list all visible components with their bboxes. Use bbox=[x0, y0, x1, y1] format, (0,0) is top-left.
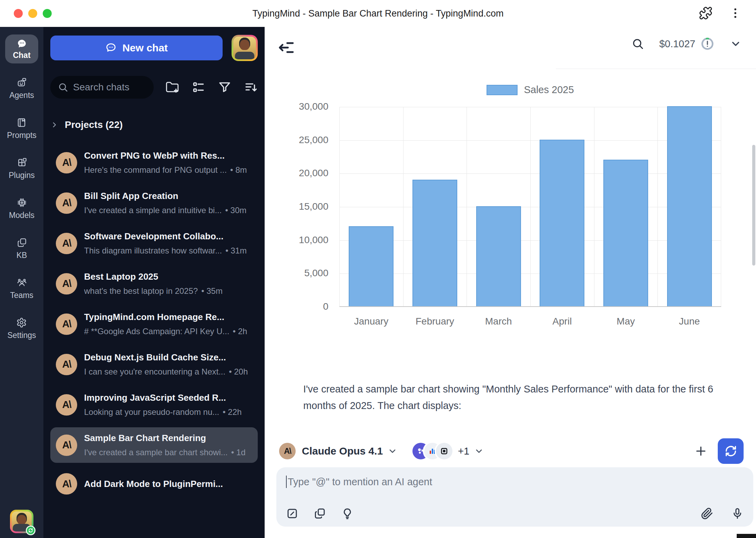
rail-item-models[interactable]: Models bbox=[9, 197, 34, 220]
rail-item-settings[interactable]: Settings bbox=[7, 317, 36, 340]
microphone-icon[interactable] bbox=[731, 507, 744, 520]
extensions-puzzle-icon[interactable] bbox=[699, 6, 713, 20]
search-box[interactable] bbox=[50, 76, 154, 99]
app-window: TypingMind - Sample Bar Chart Rendering … bbox=[0, 0, 756, 538]
chat-item-title: Add Dark Mode to PluginPermi... bbox=[84, 479, 252, 489]
chat-item-snippet: I've created a sample bar chart showi... bbox=[84, 448, 228, 457]
minimize-button[interactable] bbox=[28, 9, 37, 18]
chat-list-item[interactable]: A\ Add Dark Mode to PluginPermi... bbox=[50, 468, 258, 500]
chart-legend: Sales 2025 bbox=[339, 84, 721, 96]
rail-item-label: Agents bbox=[9, 91, 34, 100]
chat-item-time: • 1d bbox=[231, 448, 246, 457]
paperclip-icon[interactable] bbox=[701, 507, 713, 520]
bar-may bbox=[603, 160, 648, 306]
chat-list-item[interactable]: A\ Debug Next.js Build Cache Size...I ca… bbox=[50, 347, 258, 382]
x-tick-label: June bbox=[657, 316, 721, 327]
rail-item-chat[interactable]: Chat bbox=[5, 34, 38, 63]
plugins-chevron-down-icon[interactable] bbox=[474, 446, 484, 456]
rail-item-label: KB bbox=[17, 251, 27, 260]
collapse-sidebar-icon[interactable] bbox=[277, 39, 295, 57]
close-button[interactable] bbox=[14, 9, 23, 18]
chevron-down-icon[interactable] bbox=[730, 38, 742, 50]
projects-label: Projects (22) bbox=[65, 119, 123, 130]
bar-january bbox=[349, 226, 394, 306]
chat-list-item[interactable]: A\ Software Development Collabo...This d… bbox=[50, 226, 258, 261]
gridline-v bbox=[339, 107, 340, 306]
kb-icon bbox=[17, 237, 27, 248]
model-selector-label[interactable]: Claude Opus 4.1 bbox=[302, 445, 383, 457]
rail-item-kb[interactable]: KB bbox=[17, 237, 27, 260]
y-tick-label: 0 bbox=[284, 301, 328, 312]
chat-bubble-icon bbox=[105, 42, 117, 54]
copy-pages-icon[interactable] bbox=[314, 507, 326, 520]
plugin-frame-icon bbox=[436, 443, 452, 459]
chat-list-item[interactable]: A\ Best Laptop 2025what's the best lapto… bbox=[50, 266, 258, 301]
chat-list-item[interactable]: A\ TypingMind.com Homepage Re...# **Goog… bbox=[50, 306, 258, 342]
model-chevron-down-icon[interactable] bbox=[388, 446, 397, 456]
rail-item-teams[interactable]: Teams bbox=[10, 277, 33, 300]
chat-item-title: Convert PNG to WebP with Res... bbox=[84, 150, 252, 161]
anthropic-avatar: A\ bbox=[56, 152, 77, 173]
anthropic-avatar: A\ bbox=[56, 435, 77, 456]
gridline-v bbox=[530, 107, 531, 306]
chat-list-item[interactable]: A\ Convert PNG to WebP with Res...Here's… bbox=[50, 145, 258, 180]
sync-badge-icon bbox=[26, 526, 35, 535]
lightbulb-icon[interactable] bbox=[341, 507, 354, 520]
chat-list-item[interactable]: A\ Improving JavaScript Seeded R...Looki… bbox=[50, 387, 258, 422]
chat-item-title: Debug Next.js Build Cache Size... bbox=[84, 352, 252, 363]
projects-group[interactable]: Projects (22) bbox=[50, 119, 258, 130]
bar-february bbox=[412, 180, 457, 306]
chat-list-item[interactable]: A\ Bill Split App CreationI've created a… bbox=[50, 185, 258, 221]
search-icon[interactable] bbox=[632, 38, 644, 50]
folder-plus-icon[interactable] bbox=[165, 80, 179, 94]
usage-ring-alert-icon bbox=[700, 37, 715, 51]
window-title: TypingMind - Sample Bar Chart Rendering … bbox=[253, 8, 504, 19]
anthropic-avatar: A\ bbox=[56, 394, 77, 416]
usage-cost[interactable]: $0.1027 bbox=[659, 37, 715, 51]
edit-square-icon[interactable] bbox=[286, 507, 298, 520]
rail-item-agents[interactable]: Agents bbox=[9, 77, 34, 100]
x-tick-label: January bbox=[339, 316, 403, 327]
chat-list-item[interactable]: A\ Sample Bar Chart RenderingI've create… bbox=[50, 427, 258, 463]
chat-item-title: Sample Bar Chart Rendering bbox=[84, 433, 252, 444]
main-header-actions: $0.1027 bbox=[632, 37, 742, 51]
anthropic-avatar: A\ bbox=[56, 273, 77, 295]
profile-avatar[interactable] bbox=[232, 35, 258, 61]
chat-item-time: • 31m bbox=[225, 246, 247, 256]
chat-item-time: • 20h bbox=[229, 367, 248, 377]
bar-april bbox=[540, 140, 584, 306]
chat-item-title: TypingMind.com Homepage Re... bbox=[84, 312, 252, 322]
prompts-icon bbox=[16, 117, 27, 128]
rail-item-prompts[interactable]: Prompts bbox=[7, 117, 37, 140]
x-tick-label: February bbox=[403, 316, 467, 327]
sort-desc-icon[interactable] bbox=[244, 80, 258, 94]
rail-item-plugins[interactable]: Plugins bbox=[9, 157, 34, 180]
x-tick-label: May bbox=[594, 316, 658, 327]
composer: Type "@" to mention an AI agent bbox=[276, 467, 753, 527]
list-tasks-icon[interactable] bbox=[192, 80, 205, 94]
window-controls bbox=[14, 9, 52, 18]
bar-june bbox=[667, 106, 712, 306]
chat-item-title: Best Laptop 2025 bbox=[84, 271, 252, 282]
add-button[interactable] bbox=[694, 445, 707, 458]
regenerate-button[interactable] bbox=[718, 438, 744, 464]
vertical-scrollbar[interactable] bbox=[752, 145, 755, 266]
cost-label: $0.1027 bbox=[659, 38, 695, 50]
search-input[interactable] bbox=[73, 82, 142, 93]
main-area: $0.1027 Sales 2025 05,00010,00015,00020,… bbox=[265, 27, 756, 538]
zoom-button[interactable] bbox=[43, 9, 52, 18]
message-input[interactable]: Type "@" to mention an AI agent bbox=[286, 476, 744, 488]
user-avatar[interactable] bbox=[10, 510, 33, 533]
icon-rail: Chat Agents Prompts Plugins Models KB Te… bbox=[0, 27, 43, 538]
y-tick-label: 30,000 bbox=[284, 101, 328, 112]
plugins-selector[interactable] bbox=[412, 443, 452, 459]
gridline-v bbox=[403, 107, 403, 306]
chat-item-snippet: what's the best laptop in 2025? bbox=[84, 286, 198, 296]
y-tick-label: 10,000 bbox=[284, 235, 328, 246]
kebab-menu-icon[interactable] bbox=[728, 6, 742, 20]
legend-swatch bbox=[487, 85, 518, 95]
search-icon bbox=[58, 82, 68, 92]
filter-funnel-icon[interactable] bbox=[218, 80, 232, 94]
new-chat-button[interactable]: New chat bbox=[50, 36, 223, 60]
rail-item-label: Models bbox=[9, 211, 34, 220]
